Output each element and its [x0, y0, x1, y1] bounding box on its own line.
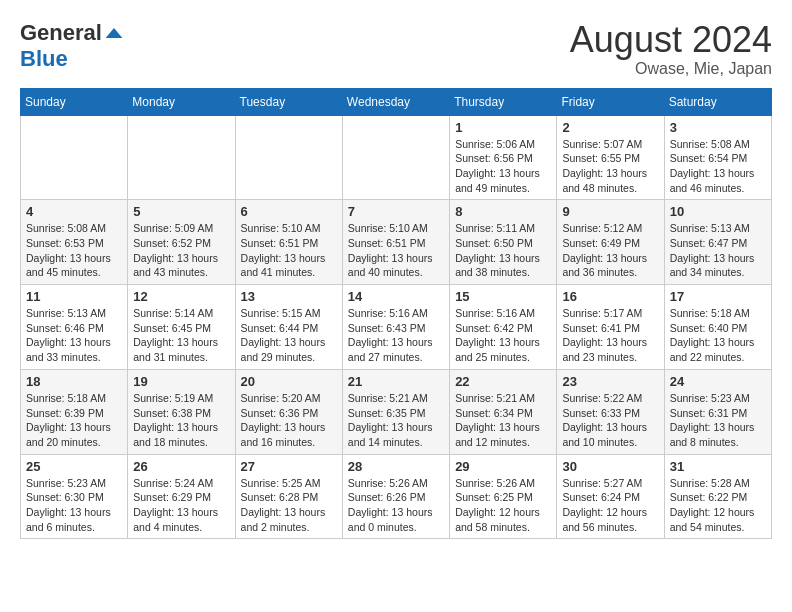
col-friday: Friday [557, 88, 664, 115]
cell-w5-d1: 26Sunrise: 5:24 AM Sunset: 6:29 PM Dayli… [128, 454, 235, 539]
day-number: 25 [26, 459, 122, 474]
day-info: Sunrise: 5:20 AM Sunset: 6:36 PM Dayligh… [241, 391, 337, 450]
day-info: Sunrise: 5:12 AM Sunset: 6:49 PM Dayligh… [562, 221, 658, 280]
day-number: 14 [348, 289, 444, 304]
day-number: 3 [670, 120, 766, 135]
week-row-1: 1Sunrise: 5:06 AM Sunset: 6:56 PM Daylig… [21, 115, 772, 200]
day-number: 10 [670, 204, 766, 219]
week-row-5: 25Sunrise: 5:23 AM Sunset: 6:30 PM Dayli… [21, 454, 772, 539]
day-number: 30 [562, 459, 658, 474]
cell-w2-d5: 9Sunrise: 5:12 AM Sunset: 6:49 PM Daylig… [557, 200, 664, 285]
logo-icon [104, 23, 124, 43]
col-saturday: Saturday [664, 88, 771, 115]
day-info: Sunrise: 5:18 AM Sunset: 6:39 PM Dayligh… [26, 391, 122, 450]
day-number: 20 [241, 374, 337, 389]
cell-w4-d3: 21Sunrise: 5:21 AM Sunset: 6:35 PM Dayli… [342, 369, 449, 454]
day-info: Sunrise: 5:13 AM Sunset: 6:46 PM Dayligh… [26, 306, 122, 365]
day-info: Sunrise: 5:16 AM Sunset: 6:43 PM Dayligh… [348, 306, 444, 365]
col-thursday: Thursday [450, 88, 557, 115]
day-number: 9 [562, 204, 658, 219]
calendar: Sunday Monday Tuesday Wednesday Thursday… [20, 88, 772, 540]
day-info: Sunrise: 5:23 AM Sunset: 6:31 PM Dayligh… [670, 391, 766, 450]
day-number: 2 [562, 120, 658, 135]
week-row-4: 18Sunrise: 5:18 AM Sunset: 6:39 PM Dayli… [21, 369, 772, 454]
cell-w3-d4: 15Sunrise: 5:16 AM Sunset: 6:42 PM Dayli… [450, 285, 557, 370]
day-number: 6 [241, 204, 337, 219]
day-number: 7 [348, 204, 444, 219]
week-row-3: 11Sunrise: 5:13 AM Sunset: 6:46 PM Dayli… [21, 285, 772, 370]
cell-w5-d0: 25Sunrise: 5:23 AM Sunset: 6:30 PM Dayli… [21, 454, 128, 539]
cell-w1-d0 [21, 115, 128, 200]
cell-w4-d2: 20Sunrise: 5:20 AM Sunset: 6:36 PM Dayli… [235, 369, 342, 454]
day-number: 22 [455, 374, 551, 389]
header: General Blue August 2024 Owase, Mie, Jap… [20, 20, 772, 78]
day-info: Sunrise: 5:08 AM Sunset: 6:53 PM Dayligh… [26, 221, 122, 280]
day-number: 29 [455, 459, 551, 474]
day-number: 1 [455, 120, 551, 135]
cell-w4-d0: 18Sunrise: 5:18 AM Sunset: 6:39 PM Dayli… [21, 369, 128, 454]
day-number: 21 [348, 374, 444, 389]
cell-w5-d2: 27Sunrise: 5:25 AM Sunset: 6:28 PM Dayli… [235, 454, 342, 539]
day-info: Sunrise: 5:10 AM Sunset: 6:51 PM Dayligh… [348, 221, 444, 280]
cell-w3-d2: 13Sunrise: 5:15 AM Sunset: 6:44 PM Dayli… [235, 285, 342, 370]
day-number: 17 [670, 289, 766, 304]
day-number: 15 [455, 289, 551, 304]
day-info: Sunrise: 5:21 AM Sunset: 6:35 PM Dayligh… [348, 391, 444, 450]
cell-w1-d5: 2Sunrise: 5:07 AM Sunset: 6:55 PM Daylig… [557, 115, 664, 200]
cell-w3-d3: 14Sunrise: 5:16 AM Sunset: 6:43 PM Dayli… [342, 285, 449, 370]
day-number: 18 [26, 374, 122, 389]
day-info: Sunrise: 5:18 AM Sunset: 6:40 PM Dayligh… [670, 306, 766, 365]
day-info: Sunrise: 5:13 AM Sunset: 6:47 PM Dayligh… [670, 221, 766, 280]
col-tuesday: Tuesday [235, 88, 342, 115]
page: General Blue August 2024 Owase, Mie, Jap… [0, 0, 792, 549]
cell-w3-d6: 17Sunrise: 5:18 AM Sunset: 6:40 PM Dayli… [664, 285, 771, 370]
cell-w2-d2: 6Sunrise: 5:10 AM Sunset: 6:51 PM Daylig… [235, 200, 342, 285]
cell-w1-d3 [342, 115, 449, 200]
day-info: Sunrise: 5:23 AM Sunset: 6:30 PM Dayligh… [26, 476, 122, 535]
logo-general: General [20, 20, 102, 46]
cell-w1-d2 [235, 115, 342, 200]
day-info: Sunrise: 5:16 AM Sunset: 6:42 PM Dayligh… [455, 306, 551, 365]
day-info: Sunrise: 5:15 AM Sunset: 6:44 PM Dayligh… [241, 306, 337, 365]
day-number: 24 [670, 374, 766, 389]
day-info: Sunrise: 5:14 AM Sunset: 6:45 PM Dayligh… [133, 306, 229, 365]
day-info: Sunrise: 5:24 AM Sunset: 6:29 PM Dayligh… [133, 476, 229, 535]
cell-w5-d6: 31Sunrise: 5:28 AM Sunset: 6:22 PM Dayli… [664, 454, 771, 539]
day-number: 13 [241, 289, 337, 304]
day-number: 8 [455, 204, 551, 219]
day-info: Sunrise: 5:27 AM Sunset: 6:24 PM Dayligh… [562, 476, 658, 535]
day-info: Sunrise: 5:09 AM Sunset: 6:52 PM Dayligh… [133, 221, 229, 280]
title-area: August 2024 Owase, Mie, Japan [570, 20, 772, 78]
weekday-header-row: Sunday Monday Tuesday Wednesday Thursday… [21, 88, 772, 115]
day-number: 19 [133, 374, 229, 389]
logo: General Blue [20, 20, 124, 72]
day-info: Sunrise: 5:28 AM Sunset: 6:22 PM Dayligh… [670, 476, 766, 535]
cell-w1-d1 [128, 115, 235, 200]
col-monday: Monday [128, 88, 235, 115]
day-number: 5 [133, 204, 229, 219]
cell-w4-d5: 23Sunrise: 5:22 AM Sunset: 6:33 PM Dayli… [557, 369, 664, 454]
svg-marker-0 [106, 28, 123, 38]
cell-w5-d5: 30Sunrise: 5:27 AM Sunset: 6:24 PM Dayli… [557, 454, 664, 539]
cell-w2-d1: 5Sunrise: 5:09 AM Sunset: 6:52 PM Daylig… [128, 200, 235, 285]
day-number: 26 [133, 459, 229, 474]
day-number: 27 [241, 459, 337, 474]
cell-w3-d5: 16Sunrise: 5:17 AM Sunset: 6:41 PM Dayli… [557, 285, 664, 370]
day-info: Sunrise: 5:11 AM Sunset: 6:50 PM Dayligh… [455, 221, 551, 280]
cell-w4-d4: 22Sunrise: 5:21 AM Sunset: 6:34 PM Dayli… [450, 369, 557, 454]
cell-w2-d0: 4Sunrise: 5:08 AM Sunset: 6:53 PM Daylig… [21, 200, 128, 285]
col-sunday: Sunday [21, 88, 128, 115]
cell-w3-d1: 12Sunrise: 5:14 AM Sunset: 6:45 PM Dayli… [128, 285, 235, 370]
col-wednesday: Wednesday [342, 88, 449, 115]
day-info: Sunrise: 5:17 AM Sunset: 6:41 PM Dayligh… [562, 306, 658, 365]
cell-w3-d0: 11Sunrise: 5:13 AM Sunset: 6:46 PM Dayli… [21, 285, 128, 370]
day-info: Sunrise: 5:26 AM Sunset: 6:25 PM Dayligh… [455, 476, 551, 535]
day-info: Sunrise: 5:21 AM Sunset: 6:34 PM Dayligh… [455, 391, 551, 450]
day-info: Sunrise: 5:07 AM Sunset: 6:55 PM Dayligh… [562, 137, 658, 196]
cell-w2-d3: 7Sunrise: 5:10 AM Sunset: 6:51 PM Daylig… [342, 200, 449, 285]
day-info: Sunrise: 5:22 AM Sunset: 6:33 PM Dayligh… [562, 391, 658, 450]
cell-w4-d1: 19Sunrise: 5:19 AM Sunset: 6:38 PM Dayli… [128, 369, 235, 454]
day-number: 31 [670, 459, 766, 474]
cell-w1-d6: 3Sunrise: 5:08 AM Sunset: 6:54 PM Daylig… [664, 115, 771, 200]
cell-w5-d3: 28Sunrise: 5:26 AM Sunset: 6:26 PM Dayli… [342, 454, 449, 539]
